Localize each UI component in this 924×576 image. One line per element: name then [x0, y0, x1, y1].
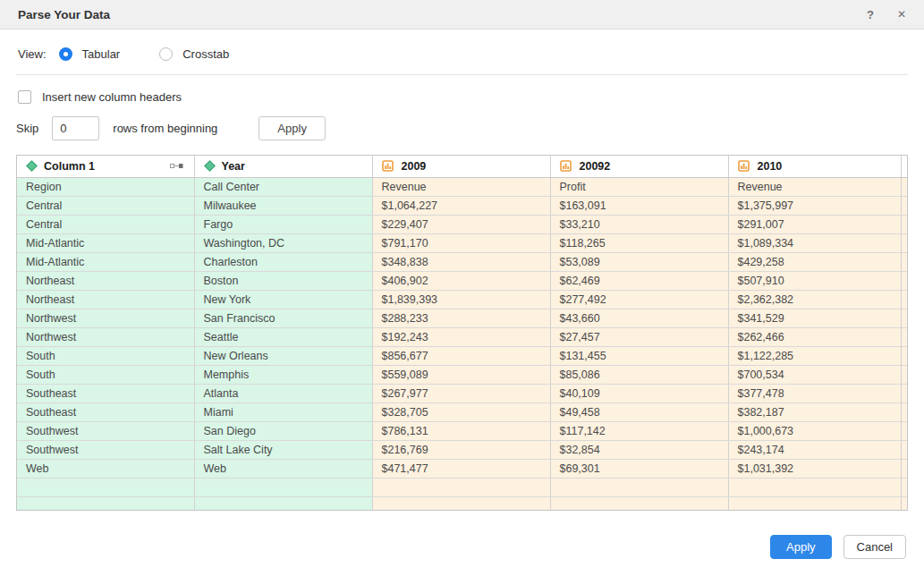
table-cell[interactable] — [17, 496, 194, 511]
column-header-20092[interactable]: 20092 — [550, 156, 728, 177]
table-cell[interactable]: Revenue — [728, 177, 901, 196]
table-cell[interactable] — [550, 478, 728, 496]
help-icon[interactable]: ? — [867, 9, 874, 21]
table-cell[interactable]: $1,000,673 — [728, 421, 901, 440]
table-cell[interactable]: $216,769 — [372, 440, 550, 459]
table-cell[interactable]: $262,466 — [728, 327, 901, 346]
table-cell[interactable]: Fargo — [194, 215, 372, 233]
table-cell[interactable]: Mid-Atlantic — [17, 252, 194, 271]
skip-apply-button[interactable]: Apply — [259, 116, 326, 140]
table-cell[interactable] — [194, 496, 372, 511]
table-cell[interactable]: $348,838 — [372, 252, 550, 271]
table-cell[interactable]: $1,031,392 — [728, 459, 901, 478]
table-cell[interactable]: $2,362,382 — [728, 290, 901, 309]
table-cell[interactable]: $40,109 — [550, 384, 728, 402]
table-cell[interactable]: Northeast — [17, 290, 194, 309]
table-cell[interactable]: $429,258 — [728, 252, 901, 271]
table-cell[interactable]: $243,174 — [728, 440, 901, 459]
table-cell[interactable]: Central — [17, 215, 194, 233]
radio-unselected-icon[interactable] — [159, 47, 173, 61]
table-cell[interactable]: $1,839,393 — [372, 290, 550, 309]
table-cell[interactable]: $118,265 — [550, 233, 728, 252]
table-cell[interactable] — [728, 478, 901, 496]
table-cell[interactable]: $27,457 — [550, 327, 728, 346]
table-cell[interactable]: $341,529 — [728, 309, 901, 327]
table-cell[interactable]: $382,187 — [728, 402, 901, 421]
table-cell[interactable]: $377,478 — [728, 384, 901, 402]
table-cell[interactable]: $856,677 — [372, 346, 550, 365]
table-cell[interactable]: Northwest — [17, 309, 194, 327]
table-cell[interactable]: $1,064,227 — [372, 196, 550, 215]
table-cell[interactable]: Web — [17, 459, 194, 478]
table-cell[interactable] — [728, 496, 901, 511]
view-option-tabular[interactable]: Tabular — [59, 47, 121, 61]
column-header-2009[interactable]: 2009 — [372, 156, 550, 177]
table-cell[interactable]: $69,301 — [550, 459, 728, 478]
table-cell[interactable]: $53,089 — [550, 252, 728, 271]
table-cell[interactable]: $288,233 — [372, 309, 550, 327]
table-cell[interactable] — [17, 478, 194, 496]
table-cell[interactable]: Call Center — [194, 177, 372, 196]
table-cell[interactable]: Central — [17, 196, 194, 215]
table-cell[interactable]: $277,492 — [550, 290, 728, 309]
table-cell[interactable] — [372, 478, 550, 496]
table-cell[interactable]: Memphis — [194, 365, 372, 384]
table-cell[interactable]: $1,122,285 — [728, 346, 901, 365]
table-cell[interactable]: $163,091 — [550, 196, 728, 215]
table-cell[interactable]: Web — [194, 459, 372, 478]
table-cell[interactable] — [550, 496, 728, 511]
table-cell[interactable]: $131,455 — [550, 346, 728, 365]
table-cell[interactable]: Northeast — [17, 271, 194, 290]
table-cell[interactable]: $32,854 — [550, 440, 728, 459]
table-cell[interactable]: $471,477 — [372, 459, 550, 478]
table-cell[interactable]: New York — [194, 290, 372, 309]
column-header-2010[interactable]: 2010 — [728, 156, 901, 177]
table-cell[interactable]: Boston — [194, 271, 372, 290]
table-cell[interactable]: Washington, DC — [194, 233, 372, 252]
table-cell[interactable]: South — [17, 365, 194, 384]
column-header-column-1[interactable]: Column 1 — [17, 156, 194, 177]
table-cell[interactable]: Miami — [194, 402, 372, 421]
skip-rows-input[interactable] — [52, 116, 99, 140]
table-cell[interactable]: Southwest — [17, 421, 194, 440]
table-cell[interactable]: Salt Lake City — [194, 440, 372, 459]
table-cell[interactable]: $291,007 — [728, 215, 901, 233]
table-cell[interactable] — [372, 496, 550, 511]
table-cell[interactable]: $700,534 — [728, 365, 901, 384]
table-cell[interactable]: Southeast — [17, 384, 194, 402]
table-cell[interactable] — [194, 478, 372, 496]
table-cell[interactable]: $1,375,997 — [728, 196, 901, 215]
table-cell[interactable]: $1,089,334 — [728, 233, 901, 252]
table-cell[interactable]: $43,660 — [550, 309, 728, 327]
insert-headers-checkbox[interactable] — [18, 90, 31, 104]
table-cell[interactable]: $328,705 — [372, 402, 550, 421]
table-cell[interactable]: $33,210 — [550, 215, 728, 233]
table-cell[interactable]: $559,089 — [372, 365, 550, 384]
table-cell[interactable]: $49,458 — [550, 402, 728, 421]
table-cell[interactable]: Southwest — [17, 440, 194, 459]
table-cell[interactable]: $62,469 — [550, 271, 728, 290]
table-cell[interactable]: $791,170 — [372, 233, 550, 252]
cancel-button[interactable]: Cancel — [843, 535, 906, 559]
apply-button[interactable]: Apply — [770, 535, 832, 559]
table-cell[interactable]: Charleston — [194, 252, 372, 271]
table-cell[interactable]: Profit — [550, 177, 728, 196]
column-merge-handle-icon[interactable] — [170, 162, 183, 170]
column-header-year[interactable]: Year — [194, 156, 372, 177]
table-cell[interactable]: Southeast — [17, 402, 194, 421]
table-cell[interactable]: New Orleans — [194, 346, 372, 365]
table-cell[interactable]: Atlanta — [194, 384, 372, 402]
table-cell[interactable]: Region — [17, 177, 194, 196]
table-cell[interactable]: $786,131 — [372, 421, 550, 440]
radio-selected-icon[interactable] — [59, 47, 72, 61]
table-cell[interactable]: $85,086 — [550, 365, 728, 384]
view-option-crosstab[interactable]: Crosstab — [159, 47, 229, 61]
table-cell[interactable]: Seattle — [194, 327, 372, 346]
table-cell[interactable]: Milwaukee — [194, 196, 372, 215]
table-cell[interactable]: $267,977 — [372, 384, 550, 402]
table-cell[interactable]: San Francisco — [194, 309, 372, 327]
table-cell[interactable]: Revenue — [372, 177, 550, 196]
table-cell[interactable]: $406,902 — [372, 271, 550, 290]
table-cell[interactable]: Northwest — [17, 327, 194, 346]
table-cell[interactable]: $229,407 — [372, 215, 550, 233]
